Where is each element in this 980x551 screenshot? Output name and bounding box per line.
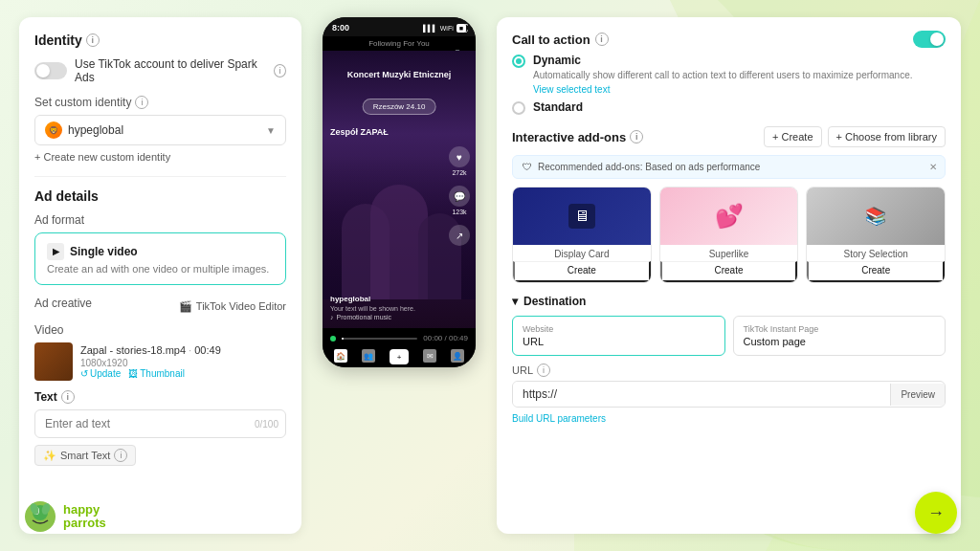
update-link[interactable]: ↺ Update bbox=[80, 368, 121, 379]
tiktok-editor-link[interactable]: 🎬 TikTok Video Editor bbox=[179, 300, 286, 313]
following-tab[interactable]: Following For You bbox=[368, 39, 430, 48]
progress-bar-area: 00:00 / 00:49 ⛶ bbox=[323, 328, 476, 346]
nav-home[interactable]: 🏠 bbox=[334, 349, 347, 364]
recommended-banner: 🛡 Recommended add-ons: Based on ads perf… bbox=[512, 155, 946, 179]
identity-select[interactable]: 🦁 hypeglobal ▼ bbox=[34, 115, 286, 145]
url-input[interactable] bbox=[513, 382, 890, 407]
create-identity-link[interactable]: + Create new custom identity bbox=[34, 151, 286, 163]
destination-cards: Website URL TikTok Instant Page Custom p… bbox=[512, 316, 946, 356]
nav-inbox[interactable]: ✉ bbox=[423, 349, 436, 364]
url-info-icon[interactable]: i bbox=[537, 364, 550, 377]
story-icon: 📚 bbox=[865, 206, 886, 227]
logo: happy parrots bbox=[23, 499, 106, 534]
dynamic-radio-dot[interactable] bbox=[512, 55, 525, 68]
ad-format-desc: Create an ad with one video or multiple … bbox=[47, 263, 274, 275]
video-thumb-row: Zapal - stories-18.mp4 · 00:49 1080x1920… bbox=[34, 342, 286, 381]
video-format-icon: ▶ bbox=[47, 243, 64, 260]
text-input-wrap: 0/100 bbox=[34, 409, 286, 438]
video-info: Zapal - stories-18.mp4 · 00:49 1080x1920… bbox=[80, 344, 286, 379]
progress-fill bbox=[342, 338, 344, 340]
right-action-buttons: ♥ 272k 💬 123k ↗ bbox=[449, 146, 470, 246]
close-banner-button[interactable]: ✕ bbox=[929, 162, 937, 172]
cta-info-icon[interactable]: i bbox=[595, 33, 609, 46]
cta-label: Call to action i bbox=[512, 33, 609, 47]
display-card-addon: 🖥 Display Card Create bbox=[512, 187, 652, 283]
website-url-label: URL bbox=[523, 336, 715, 347]
tiktok-instant-page-card[interactable]: TikTok Instant Page Custom page bbox=[733, 316, 947, 356]
smart-text-button[interactable]: ✨ Smart Text i bbox=[34, 445, 136, 466]
text-info-icon[interactable]: i bbox=[61, 390, 75, 404]
create-addon-button[interactable]: + Create bbox=[764, 126, 822, 147]
text-label: Text i bbox=[34, 390, 286, 404]
superlike-thumb: 💕 bbox=[660, 187, 798, 245]
spark-ads-toggle[interactable] bbox=[34, 62, 67, 79]
superlike-icon: 💕 bbox=[715, 203, 744, 230]
cta-row: Call to action i bbox=[512, 31, 946, 48]
nav-profile[interactable]: 👤 bbox=[451, 349, 464, 364]
ad-format-box[interactable]: ▶ Single video Create an ad with one vid… bbox=[34, 232, 286, 285]
phone-preview-panel: 8:00 ▌▌▌ WiFi ■ Following For You 🔍 Konc… bbox=[313, 17, 485, 534]
destination-header[interactable]: ▾ Destination bbox=[512, 295, 946, 308]
destination-section: ▾ Destination Website URL TikTok Instant… bbox=[512, 295, 946, 424]
addons-info-icon[interactable]: i bbox=[630, 130, 643, 143]
superlike-addon: 💕 Superlike Create bbox=[659, 187, 799, 283]
handle-name: hypeglobal bbox=[330, 295, 447, 303]
custom-page-label: Custom page bbox=[744, 336, 936, 347]
website-dest-card[interactable]: Website URL bbox=[512, 316, 725, 356]
text-input[interactable] bbox=[34, 409, 286, 438]
dynamic-radio-content: Dynamic Automatically show different cal… bbox=[533, 54, 946, 95]
spark-ads-info-icon[interactable]: i bbox=[274, 64, 286, 77]
bottom-nav-buttons: → bbox=[915, 492, 957, 534]
display-card-create-btn[interactable]: Create bbox=[513, 261, 651, 282]
cta-toggle[interactable] bbox=[913, 31, 946, 48]
divider-1 bbox=[34, 176, 286, 177]
thumbnail-link[interactable]: 🖼 Thumbnail bbox=[128, 368, 185, 379]
library-addon-button[interactable]: + Choose from library bbox=[828, 126, 946, 147]
phone-status-bar: 8:00 ▌▌▌ WiFi ■ bbox=[323, 17, 476, 36]
video-filename: Zapal - stories-18.mp4 · 00:49 bbox=[80, 344, 286, 356]
comment-count: 123k bbox=[452, 209, 466, 215]
fullscreen-icon[interactable]: ⛶ bbox=[458, 23, 468, 33]
progress-bar[interactable] bbox=[342, 338, 417, 340]
chevron-down-dest-icon: ▾ bbox=[512, 295, 518, 308]
inbox-nav-icon: ✉ bbox=[423, 349, 436, 363]
story-label: Story Selection bbox=[807, 245, 945, 261]
standard-radio-dot[interactable] bbox=[512, 101, 525, 115]
dynamic-label: Dynamic bbox=[533, 54, 946, 67]
heart-icon: ♥ bbox=[449, 146, 470, 167]
phone-video-area: Koncert Muzyki Etnicznej Rzeszów 24.10 Z… bbox=[323, 51, 476, 328]
comment-button[interactable]: 💬 123k bbox=[449, 186, 470, 215]
view-selected-link[interactable]: View selected text bbox=[533, 84, 946, 95]
story-selection-addon: 📚 Story Selection Create bbox=[806, 187, 946, 283]
url-row: URL i Preview bbox=[512, 364, 946, 408]
preview-button[interactable]: Preview bbox=[890, 384, 945, 406]
story-thumb: 📚 bbox=[807, 187, 945, 245]
logo-text-container: happy parrots bbox=[63, 503, 106, 531]
ad-format-title: ▶ Single video bbox=[47, 243, 274, 260]
smart-text-info-icon[interactable]: i bbox=[114, 449, 127, 462]
location-badge: Rzeszów 24.10 bbox=[363, 99, 436, 115]
spark-ads-toggle-row: Use TikTok account to deliver Spark Ads … bbox=[34, 57, 286, 84]
superlike-label: Superlike bbox=[660, 245, 798, 261]
phone-time: 8:00 bbox=[332, 23, 349, 33]
share-button[interactable]: ↗ bbox=[449, 225, 470, 246]
phone-frame: 8:00 ▌▌▌ WiFi ■ Following For You 🔍 Konc… bbox=[323, 17, 476, 367]
video-sub-label: Video bbox=[34, 323, 286, 337]
like-button[interactable]: ♥ 272k bbox=[449, 146, 470, 176]
nav-create[interactable]: + bbox=[390, 349, 409, 364]
standard-label: Standard bbox=[533, 100, 946, 114]
superlike-create-btn[interactable]: Create bbox=[660, 261, 798, 282]
video-actions: ↺ Update 🖼 Thumbnail bbox=[80, 368, 286, 379]
wifi-icon: WiFi bbox=[440, 25, 454, 32]
parrot-logo-icon bbox=[23, 499, 57, 534]
tiktok-instant-label: TikTok Instant Page bbox=[744, 324, 936, 334]
addons-label: Interactive add-ons i bbox=[512, 130, 643, 144]
story-create-btn[interactable]: Create bbox=[807, 261, 945, 282]
identity-info-icon[interactable]: i bbox=[86, 33, 100, 47]
nav-friends[interactable]: 👥 bbox=[362, 349, 375, 364]
custom-identity-info-icon[interactable]: i bbox=[135, 96, 148, 109]
tiktok-bottom-nav: 🏠 👥 + ✉ 👤 bbox=[323, 346, 476, 367]
next-button[interactable]: → bbox=[915, 492, 957, 534]
build-url-link[interactable]: Build URL parameters bbox=[512, 413, 946, 424]
share-icon: ↗ bbox=[449, 225, 470, 246]
